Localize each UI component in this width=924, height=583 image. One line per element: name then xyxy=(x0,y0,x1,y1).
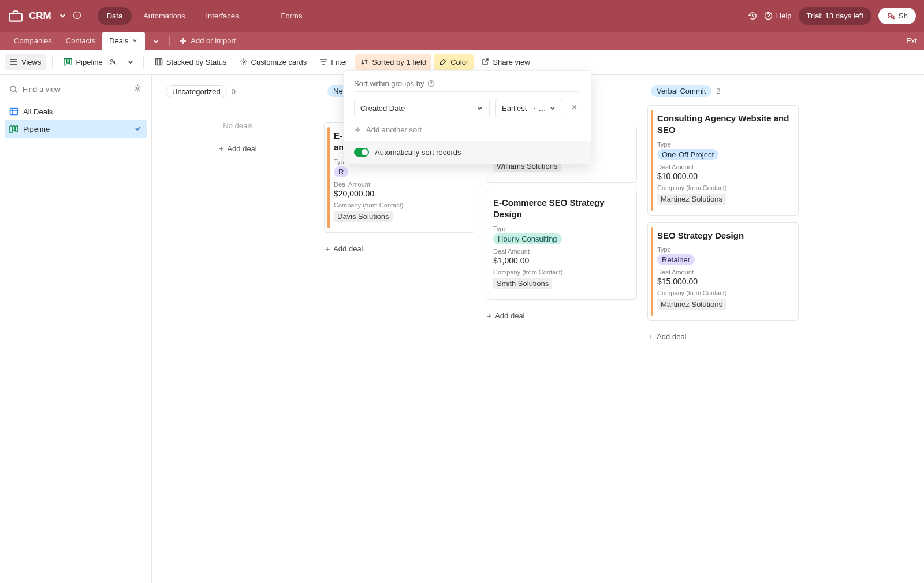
deal-type-tag: Hourly Consulting xyxy=(493,233,562,244)
views-label: Views xyxy=(21,58,41,66)
grid-icon xyxy=(9,107,18,116)
tab-automations[interactable]: Automations xyxy=(134,7,194,25)
deal-type-tag: Retainer xyxy=(657,254,695,265)
history-button[interactable] xyxy=(748,12,757,20)
deal-card[interactable]: SEO Strategy Design Type Retainer Deal A… xyxy=(647,222,799,321)
table-tab-deals[interactable]: Deals xyxy=(102,32,145,50)
plus-icon: + xyxy=(219,144,223,153)
remove-sort-button[interactable] xyxy=(568,101,580,115)
chevron-down-icon[interactable] xyxy=(58,11,67,21)
auto-sort-row: Automatically sort records xyxy=(344,141,591,164)
tab-interfaces[interactable]: Interfaces xyxy=(196,7,248,25)
sort-direction-select[interactable]: Earliest → L… xyxy=(495,99,562,117)
base-title[interactable]: CRM xyxy=(29,10,51,22)
field-label-company: Company (from Contact) xyxy=(657,289,791,296)
top-right: Help Trial: 13 days left Sh xyxy=(748,7,916,25)
add-deal-button[interactable]: + Add deal xyxy=(162,132,314,158)
table-tab-companies[interactable]: Companies xyxy=(7,32,59,50)
extensions-label[interactable]: Ext xyxy=(906,36,917,45)
svg-rect-16 xyxy=(13,126,15,131)
column-count: 2 xyxy=(716,87,720,95)
trial-badge[interactable]: Trial: 13 days left xyxy=(799,7,872,25)
filter-label: Filter xyxy=(331,58,348,66)
tab-data[interactable]: Data xyxy=(98,7,132,25)
deal-type-tag: One-Off Project xyxy=(657,149,718,160)
column-count: 0 xyxy=(232,87,236,96)
find-view-row xyxy=(5,80,147,98)
separator xyxy=(169,36,170,46)
customize-cards-button[interactable]: Customize cards xyxy=(234,54,312,70)
card-color-bar xyxy=(651,110,653,211)
customize-label: Customize cards xyxy=(251,58,307,66)
filter-button[interactable]: Filter xyxy=(314,54,353,70)
help-label: Help xyxy=(776,12,792,20)
column-title[interactable]: Uncategorized xyxy=(166,85,227,98)
sorted-label: Sorted by 1 field xyxy=(372,58,426,66)
deal-title: E-Commerce SEO Strategy Design xyxy=(493,197,629,221)
color-button[interactable]: Color xyxy=(434,54,474,70)
add-deal-label: Add deal xyxy=(657,332,686,341)
color-label: Color xyxy=(450,58,468,66)
field-label-company: Company (from Contact) xyxy=(334,202,468,209)
add-or-import-button[interactable]: Add or import xyxy=(174,36,240,45)
gear-icon[interactable] xyxy=(133,84,142,94)
svg-rect-6 xyxy=(67,58,69,63)
views-button[interactable]: Views xyxy=(5,54,46,70)
tab-forms[interactable]: Forms xyxy=(272,7,312,25)
field-label-amount: Deal Amount xyxy=(657,269,791,276)
deal-amount: $10,000.00 xyxy=(657,172,791,181)
view-name-label: Pipeline xyxy=(76,58,102,66)
find-view-input[interactable] xyxy=(23,85,129,94)
svg-rect-10 xyxy=(155,59,162,65)
add-deal-button[interactable]: + Add deal xyxy=(647,328,799,346)
field-label-amount: Deal Amount xyxy=(334,181,468,188)
chevron-down-icon xyxy=(476,105,483,112)
table-menu-button[interactable] xyxy=(147,34,165,48)
table-tab-deals-label: Deals xyxy=(109,36,128,45)
deal-title: Consulting Agency Website and SEO xyxy=(657,113,791,136)
deal-title: SEO Strategy Design xyxy=(657,230,791,242)
separator xyxy=(260,9,260,23)
deal-type-tag: R xyxy=(334,166,348,177)
view-name-button[interactable]: Pipeline xyxy=(58,54,122,70)
field-label-amount: Deal Amount xyxy=(657,164,791,170)
card-color-bar xyxy=(327,127,330,228)
auto-sort-toggle[interactable] xyxy=(354,148,369,157)
add-deal-button[interactable]: + Add deal xyxy=(324,240,475,258)
add-deal-label: Add deal xyxy=(227,144,256,153)
help-button[interactable]: Help xyxy=(764,12,792,20)
add-another-sort-button[interactable]: Add another sort xyxy=(354,123,580,141)
kanban-icon xyxy=(9,125,18,134)
share-base-button[interactable]: Sh xyxy=(878,8,916,24)
view-item-all-deals[interactable]: All Deals xyxy=(5,103,147,120)
plus-icon xyxy=(354,126,362,133)
view-menu-button[interactable] xyxy=(124,55,137,69)
stacked-by-button[interactable]: Stacked by Status xyxy=(150,54,232,70)
plus-icon: + xyxy=(325,244,330,254)
svg-rect-15 xyxy=(10,126,12,133)
share-view-button[interactable]: Share view xyxy=(476,54,535,70)
svg-point-13 xyxy=(137,87,139,90)
deal-card[interactable]: Consulting Agency Website and SEO Type O… xyxy=(647,105,799,216)
help-icon[interactable] xyxy=(427,80,435,87)
sort-field-select[interactable]: Created Date xyxy=(354,99,490,117)
svg-rect-5 xyxy=(64,58,66,65)
svg-rect-7 xyxy=(70,58,72,64)
deal-card[interactable]: E-Commerce SEO Strategy Design Type Hour… xyxy=(486,190,637,300)
svg-point-9 xyxy=(113,61,116,63)
table-tab-contacts[interactable]: Contacts xyxy=(59,32,102,50)
info-icon[interactable] xyxy=(73,11,81,21)
views-sidebar: All Deals Pipeline xyxy=(0,75,152,583)
share-label: Sh xyxy=(899,12,908,20)
add-another-label: Add another sort xyxy=(366,125,422,134)
sorted-by-button[interactable]: Sorted by 1 field xyxy=(355,54,431,70)
sort-direction-value: Earliest → L… xyxy=(502,104,549,113)
column-header: Uncategorized 0 xyxy=(162,85,314,98)
add-deal-button[interactable]: + Add deal xyxy=(486,307,637,325)
field-label-amount: Deal Amount xyxy=(493,248,629,255)
separator xyxy=(52,56,53,68)
field-label-company: Company (from Contact) xyxy=(493,269,629,276)
column-title[interactable]: Verbal Commit xyxy=(651,85,711,97)
view-item-pipeline[interactable]: Pipeline xyxy=(5,120,147,138)
deal-amount: $15,000.00 xyxy=(657,277,791,286)
